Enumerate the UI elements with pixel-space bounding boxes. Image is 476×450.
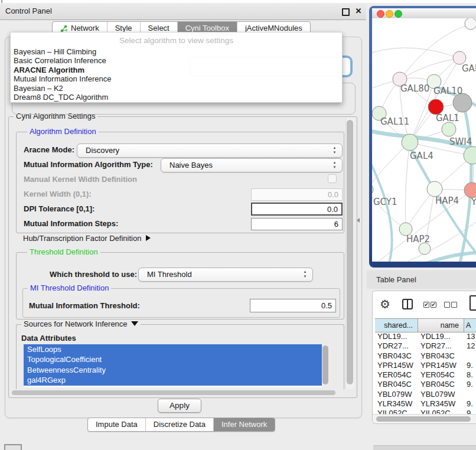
node-label-gcy1: GCY1 xyxy=(373,197,397,207)
algorithm-option-bayesian-hill-climbing[interactable]: Bayesian – Hill Climbing xyxy=(11,47,342,56)
table-horizontal-scrollbar[interactable] xyxy=(373,414,476,423)
aracne-mode-label: Aracne Mode: xyxy=(24,145,74,154)
table-header-row: shared...nameA xyxy=(375,318,476,332)
kernel-width-label: Kernel Width (0,1): xyxy=(24,190,92,198)
mi-algorithm-type-label: Mutual Information Algorithm Type: xyxy=(24,160,153,169)
sources-group: Sources for Network Inference Data Attri… xyxy=(16,324,344,391)
attributes-scrollbar-thumb[interactable] xyxy=(322,345,328,384)
settings-horizontal-scrollbar[interactable] xyxy=(10,389,344,396)
checked-box-icon[interactable]: ✔ xyxy=(431,302,436,308)
column-header-shared[interactable]: shared... xyxy=(375,319,418,332)
tab-infer-network[interactable]: Infer Network xyxy=(213,418,275,431)
settings-vscrollbar-thumb[interactable] xyxy=(347,120,353,384)
table-cell: YIL052C xyxy=(418,409,464,414)
node-label-gal80: GAL80 xyxy=(400,83,429,94)
page-icon[interactable] xyxy=(470,295,476,311)
table-panel-card: ⚙ ✔ ✔ shared...nameA YDL19...YDL19...13Y… xyxy=(372,291,476,424)
which-threshold-combobox[interactable]: MI Threshold ▲ ▼ xyxy=(138,268,313,282)
table-panel-titlebar: Table Panel xyxy=(367,270,476,289)
gear-icon[interactable]: ⚙ xyxy=(380,296,390,312)
unchecked-box-icon[interactable] xyxy=(444,302,450,308)
checked-box-icon[interactable]: ✔ xyxy=(423,302,429,308)
table-cell: 8. xyxy=(464,370,476,380)
table-cell: 9 xyxy=(464,409,476,414)
minimize-window-button[interactable] xyxy=(386,10,393,18)
attribute-item-selfloops[interactable]: SelfLoops xyxy=(24,344,330,354)
bottom-left-panel-icon[interactable] xyxy=(4,444,22,450)
algorithm-option-aracne-algorithm[interactable]: ARACNE Algorithm xyxy=(11,66,342,74)
column-header-a[interactable]: A xyxy=(464,319,476,332)
network-node-gcy1[interactable] xyxy=(372,183,373,196)
table-cell: 9. xyxy=(464,399,476,409)
algorithm-option-mutual-information-inference[interactable]: Mutual Information Inference xyxy=(11,74,342,83)
table-cell: YLR345W xyxy=(418,399,464,409)
data-attributes-label: Data Attributes xyxy=(21,334,76,343)
close-panel-button[interactable]: ✕ xyxy=(353,6,364,17)
threshold-definition-title: Threshold Definition xyxy=(27,248,100,256)
table-hscrollbar-thumb[interactable] xyxy=(376,416,471,422)
control-panel-titlebar: Control Panel ✕ xyxy=(0,3,366,20)
mi-threshold-field[interactable] xyxy=(250,299,336,312)
splitter-handle-icon[interactable] xyxy=(357,218,360,223)
algorithm-option-dream8-dc-tdc-algorithm[interactable]: Dream8 DC_TDC Algorithm xyxy=(11,93,342,102)
sources-expander[interactable]: Sources for Network Inference xyxy=(21,320,141,328)
algorithm-dropdown-popup: Select algorithm to view settings Bayesi… xyxy=(10,32,343,103)
apply-button[interactable]: Apply xyxy=(158,399,201,413)
collapsed-arrow-icon xyxy=(146,235,151,241)
control-panel-title: Control Panel xyxy=(5,3,52,19)
node-label-y: Y xyxy=(471,197,476,207)
zoom-window-button[interactable] xyxy=(395,10,402,18)
network-node[interactable] xyxy=(419,243,431,255)
tab-discretize-data[interactable]: Discretize Data xyxy=(145,418,213,431)
network-node-gal4[interactable] xyxy=(402,134,418,151)
table-row[interactable]: YBR045CYBR045C9. xyxy=(375,380,476,389)
mi-steps-field[interactable] xyxy=(251,218,343,230)
attribute-item-gal4rgexp[interactable]: gal4RGexp xyxy=(24,375,330,385)
mi-threshold-group-title: MI Threshold Definition xyxy=(28,284,111,292)
network-node-y[interactable] xyxy=(464,182,476,198)
settings-hscrollbar-thumb[interactable] xyxy=(12,390,335,395)
table-row[interactable]: YPR145WYPR145W9. xyxy=(375,361,476,370)
table-cell: YIL052C xyxy=(375,409,418,414)
mi-algorithm-type-combobox[interactable]: Naive Bayes ▲ ▼ xyxy=(161,158,343,172)
float-panel-button[interactable] xyxy=(342,8,350,16)
manual-kernel-width-checkbox[interactable] xyxy=(328,174,337,183)
dpi-tolerance-label: DPI Tolerance [0,1]: xyxy=(24,204,94,213)
table-row[interactable]: YBR043CYBR043C xyxy=(375,351,476,361)
column-header-name[interactable]: name xyxy=(418,319,464,332)
settings-vertical-scrollbar[interactable] xyxy=(345,118,354,389)
network-node-hap4[interactable] xyxy=(427,181,442,197)
algorithm-option-bayesian-k2[interactable]: Bayesian – K2 xyxy=(11,84,342,93)
node-label-gal1: GAL1 xyxy=(436,113,459,123)
tab-impute-data[interactable]: Impute Data xyxy=(88,418,145,431)
hub-factor-expander[interactable]: Hub/Transcription Factor Definition xyxy=(23,234,151,243)
table-row[interactable]: YER054CYER054C8. xyxy=(375,370,476,380)
aracne-mode-combobox[interactable]: Discovery ▲ ▼ xyxy=(77,144,343,158)
dpi-tolerance-field[interactable] xyxy=(251,203,343,216)
which-threshold-label: Which threshold to use: xyxy=(50,270,137,279)
close-window-button[interactable] xyxy=(377,10,384,18)
attribute-item-betweennesscentrality[interactable]: BetweennessCentrality xyxy=(24,365,330,375)
table-cell: 12 xyxy=(464,341,476,351)
attribute-item-topologicalcoefficient[interactable]: TopologicalCoefficient xyxy=(24,354,330,364)
table-row[interactable]: YDL19...YDL19...13 xyxy=(375,332,476,341)
attributes-scrollbar[interactable] xyxy=(322,344,330,387)
unchecked-box-icon[interactable] xyxy=(451,302,457,308)
network-canvas[interactable]: GALGAL80GAL10GAL1GAL11GAL4SWI4GCY1HAP4YH… xyxy=(372,18,476,262)
table-row[interactable]: YLR345WYLR345W9. xyxy=(375,399,476,409)
hub-factor-expander-label: Hub/Transcription Factor Definition xyxy=(23,234,141,243)
table-row[interactable]: YDR27...YDR27...12 xyxy=(375,341,476,351)
split-columns-icon[interactable] xyxy=(402,299,413,309)
network-node-gal1[interactable] xyxy=(442,122,456,136)
table-cell: YBR043C xyxy=(418,351,464,361)
table-row[interactable]: YIL052CYIL052C9 xyxy=(375,409,476,414)
which-threshold-value: MI Threshold xyxy=(147,268,192,281)
mi-threshold-group: MI Threshold Definition Mutual Informati… xyxy=(22,288,340,318)
network-node-gal[interactable] xyxy=(453,51,466,64)
kernel-width-field[interactable] xyxy=(251,188,343,201)
algorithm-option-list: Bayesian – Hill ClimbingBasic Correlatio… xyxy=(11,47,342,102)
network-node[interactable] xyxy=(465,18,476,30)
table-row[interactable]: YBL079WYBL079W xyxy=(375,390,476,399)
algorithm-option-basic-correlation-inference[interactable]: Basic Correlation Inference xyxy=(11,56,342,65)
bottom-tabbar: Impute DataDiscretize DataInfer Network xyxy=(87,418,275,432)
